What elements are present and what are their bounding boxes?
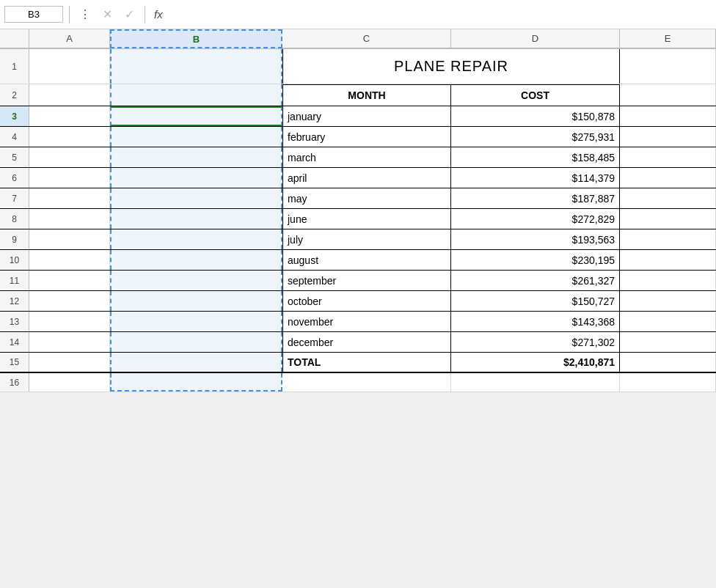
cell-d8[interactable]: $272,829	[451, 209, 620, 229]
cell-c16[interactable]	[282, 373, 451, 392]
col-header-b[interactable]: B	[110, 29, 282, 48]
cell-d7[interactable]: $187,887	[451, 188, 620, 208]
cell-e7[interactable]	[620, 188, 716, 208]
cell-d9[interactable]: $193,563	[451, 229, 620, 249]
cell-b13[interactable]	[110, 312, 282, 331]
header-month[interactable]: MONTH	[282, 84, 451, 106]
cell-d5[interactable]: $158,485	[451, 147, 620, 167]
cell-b7[interactable]	[110, 188, 282, 208]
cell-d11[interactable]: $261,327	[451, 271, 620, 290]
cell-d12[interactable]: $150,727	[451, 291, 620, 311]
cell-b4[interactable]	[110, 127, 282, 147]
cell-b9[interactable]	[110, 229, 282, 249]
cell-e10[interactable]	[620, 250, 716, 270]
row-num-11[interactable]: 11	[0, 271, 29, 290]
row-num-13[interactable]: 13	[0, 312, 29, 331]
cell-d4[interactable]: $275,931	[451, 127, 620, 147]
cell-c13[interactable]: november	[282, 312, 451, 331]
row-num-10[interactable]: 10	[0, 250, 29, 270]
cell-e1[interactable]	[620, 49, 716, 84]
cell-e2[interactable]	[620, 84, 716, 106]
cell-a13[interactable]	[29, 312, 110, 331]
cell-c12[interactable]: october	[282, 291, 451, 311]
row-num-14[interactable]: 14	[0, 332, 29, 352]
cell-c14[interactable]: december	[282, 332, 451, 352]
cell-b5[interactable]	[110, 147, 282, 167]
cell-c3[interactable]: january	[282, 106, 451, 126]
row-num-5[interactable]: 5	[0, 147, 29, 167]
cell-e3[interactable]	[620, 106, 716, 126]
cell-e12[interactable]	[620, 291, 716, 311]
cell-b2[interactable]	[110, 84, 282, 106]
row-num-7[interactable]: 7	[0, 188, 29, 208]
cell-e8[interactable]	[620, 209, 716, 229]
cell-e11[interactable]	[620, 271, 716, 290]
row-num-6[interactable]: 6	[0, 168, 29, 188]
cell-d15[interactable]: $2,410,871	[451, 353, 620, 372]
cell-d10[interactable]: $230,195	[451, 250, 620, 270]
cell-a15[interactable]	[29, 353, 110, 372]
cell-c10[interactable]: august	[282, 250, 451, 270]
cell-d13[interactable]: $143,368	[451, 312, 620, 331]
cell-d14[interactable]: $271,302	[451, 332, 620, 352]
cell-d16[interactable]	[451, 373, 620, 392]
formula-bar-dots-icon[interactable]: ⋮	[76, 5, 95, 24]
cell-c11[interactable]: september	[282, 271, 451, 290]
cell-e5[interactable]	[620, 147, 716, 167]
cell-c15[interactable]: TOTAL	[282, 353, 451, 372]
row-num-2[interactable]: 2	[0, 84, 29, 106]
cell-b11[interactable]	[110, 271, 282, 290]
cell-b3[interactable]	[110, 106, 282, 126]
cell-c5[interactable]: march	[282, 147, 451, 167]
cell-a4[interactable]	[29, 127, 110, 147]
cell-e14[interactable]	[620, 332, 716, 352]
row-num-4[interactable]: 4	[0, 127, 29, 147]
cell-a10[interactable]	[29, 250, 110, 270]
formula-input[interactable]	[172, 9, 712, 20]
cell-d3[interactable]: $150,878	[451, 106, 620, 126]
cell-e15[interactable]	[620, 353, 716, 372]
cell-e9[interactable]	[620, 229, 716, 249]
col-header-c[interactable]: C	[282, 29, 451, 48]
cell-b8[interactable]	[110, 209, 282, 229]
row-num-1[interactable]: 1	[0, 49, 29, 84]
cell-c4[interactable]: february	[282, 127, 451, 147]
col-header-e[interactable]: E	[620, 29, 716, 48]
cell-a2[interactable]	[29, 84, 110, 106]
row-num-15[interactable]: 15	[0, 353, 29, 372]
row-num-3[interactable]: 3	[0, 106, 29, 126]
cell-c6[interactable]: april	[282, 168, 451, 188]
cell-d6[interactable]: $114,379	[451, 168, 620, 188]
cell-a14[interactable]	[29, 332, 110, 352]
cell-c9[interactable]: july	[282, 229, 451, 249]
cell-b16[interactable]	[110, 373, 282, 392]
cell-a3[interactable]	[29, 106, 110, 126]
cell-a8[interactable]	[29, 209, 110, 229]
cell-e6[interactable]	[620, 168, 716, 188]
header-cost[interactable]: COST	[451, 84, 620, 106]
row-num-8[interactable]: 8	[0, 209, 29, 229]
cell-a11[interactable]	[29, 271, 110, 290]
cell-e16[interactable]	[620, 373, 716, 392]
cell-c7[interactable]: may	[282, 188, 451, 208]
cell-a5[interactable]	[29, 147, 110, 167]
cell-a16[interactable]	[29, 373, 110, 392]
row-num-12[interactable]: 12	[0, 291, 29, 311]
cell-a7[interactable]	[29, 188, 110, 208]
cell-a9[interactable]	[29, 229, 110, 249]
cell-b10[interactable]	[110, 250, 282, 270]
cell-b14[interactable]	[110, 332, 282, 352]
cell-b15[interactable]	[110, 353, 282, 372]
cell-a6[interactable]	[29, 168, 110, 188]
cell-e4[interactable]	[620, 127, 716, 147]
cell-a1[interactable]	[29, 49, 110, 84]
cell-b1[interactable]	[110, 49, 282, 84]
cell-a12[interactable]	[29, 291, 110, 311]
row-num-16[interactable]: 16	[0, 373, 29, 392]
cell-reference-box[interactable]: B3	[4, 6, 63, 23]
cell-b12[interactable]	[110, 291, 282, 311]
col-header-d[interactable]: D	[451, 29, 620, 48]
cell-c8[interactable]: june	[282, 209, 451, 229]
cell-b6[interactable]	[110, 168, 282, 188]
row-num-9[interactable]: 9	[0, 229, 29, 249]
